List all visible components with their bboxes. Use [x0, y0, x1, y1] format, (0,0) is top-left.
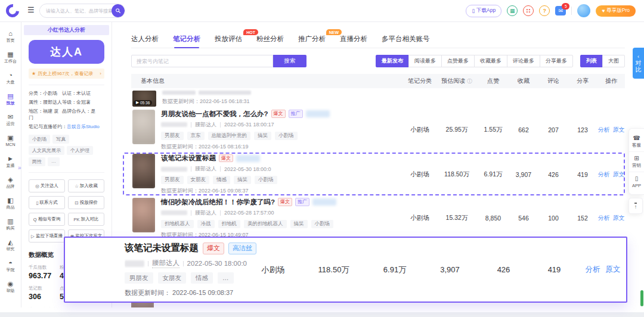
note-title[interactable]: 该笔记未设置标题 — [161, 154, 216, 163]
talent-name-button[interactable]: 达人A — [29, 40, 104, 64]
note-tag[interactable]: 情感 — [213, 176, 230, 184]
note-thumbnail[interactable] — [132, 198, 155, 232]
panel-expand-icon[interactable]: » — [18, 164, 21, 171]
notifications-button[interactable]: ✉ 5 — [555, 6, 566, 15]
nav-item-workbench[interactable]: ▦工作台 — [0, 47, 21, 67]
contact-button[interactable]: ▯联系方式 — [29, 196, 65, 209]
note-tag[interactable]: 扫地机器人 — [161, 220, 194, 228]
note-title[interactable]: 男朋友说他一点都不爱我，怎么办? — [161, 110, 268, 119]
note-search-button[interactable]: 搜索 — [273, 55, 306, 67]
nav-item-brand[interactable]: ◈品牌 — [0, 172, 21, 192]
note-title[interactable]: 情侣吵架冷战后绝招！！你学废了吗? — [161, 198, 275, 207]
original-link[interactable]: 原文 — [613, 214, 625, 222]
download-app-button[interactable]: ▯ 下载App — [466, 5, 501, 17]
analyze-link[interactable]: 分析 — [598, 126, 610, 134]
view-grid[interactable]: 大图 — [602, 55, 625, 67]
user-avatar[interactable] — [577, 4, 590, 17]
talent-tag[interactable]: 写真 — [52, 135, 69, 144]
note-tag[interactable]: 美的扫地机器人 — [244, 220, 287, 228]
tab-multiplatform-accounts[interactable]: 多平台相关账号 — [382, 35, 430, 43]
nav-item-mcn[interactable]: ▣MCN — [0, 130, 21, 150]
note-thumbnail[interactable] — [132, 110, 155, 144]
tab-talent-analysis[interactable]: 达人分析 — [131, 35, 159, 43]
similar-account-button[interactable]: Q相似号查询 — [29, 213, 65, 226]
original-link[interactable]: 原文 — [613, 126, 625, 134]
tab-delivery-evaluation[interactable]: 投放评估HOT — [215, 35, 242, 43]
note-tag[interactable]: 搞笑 — [234, 176, 251, 184]
help-circle-button[interactable]: ? — [539, 5, 550, 16]
sort-most-collected[interactable]: 收藏最多 — [474, 55, 507, 67]
original-link[interactable]: 原文 — [613, 170, 625, 179]
sort-most-shared[interactable]: 分享最多 — [540, 55, 573, 67]
compare-side-tab[interactable]: ‹ 对比 — [633, 48, 644, 79]
nav-item-purchase[interactable]: ▥购买 — [0, 214, 21, 234]
nav-item-operation[interactable]: ✉运营 — [0, 110, 21, 129]
sort-most-commented[interactable]: 评论最多 — [507, 55, 540, 67]
note-tag[interactable]: 小剧场 — [311, 220, 334, 228]
note-tag[interactable]: 女朋友 — [158, 272, 187, 284]
analyze-link[interactable]: 分析 — [598, 170, 610, 179]
analyze-link[interactable]: 分析 — [598, 214, 610, 222]
talent-tag[interactable]: 人文风光展示 — [29, 146, 64, 155]
tab-promotion-analysis[interactable]: 推广分析NEW — [298, 35, 326, 43]
nav-item-market[interactable]: ◔大盘 — [0, 68, 21, 88]
note-thumbnail[interactable] — [132, 154, 155, 188]
note-title[interactable]: 该笔记未设置标题 — [125, 242, 199, 254]
menu-icon[interactable]: ☰ — [27, 5, 35, 14]
quote-button[interactable]: ⊡投放报价 — [68, 196, 104, 209]
note-search-input[interactable] — [131, 55, 273, 67]
note-tag-more[interactable]: … — [218, 272, 234, 284]
nav-item-home[interactable]: ⌂首页 — [0, 26, 21, 46]
talent-tag[interactable]: 小剧场 — [29, 135, 50, 144]
nav-item-research[interactable]: ◭研究 — [0, 235, 21, 254]
nav-item-help[interactable]: ◉帮助 — [0, 276, 21, 296]
video-thumbnail[interactable]: ▶05:36 — [132, 91, 156, 107]
note-tag[interactable]: 搞笑 — [290, 220, 308, 228]
history-ranking-banner[interactable]: ★ 历史上榜967次，查看记录 › — [29, 69, 104, 79]
monitor-live-button[interactable]: ▷监控下场直播 — [29, 229, 65, 243]
sort-latest[interactable]: 最新发布 — [376, 55, 409, 67]
note-tag[interactable]: 男朋友 — [161, 132, 184, 140]
sort-most-read[interactable]: 阅读最多 — [408, 55, 442, 67]
tab-note-analysis[interactable]: 笔记分析 — [173, 35, 200, 43]
talent-tag[interactable]: 个人护理 — [67, 146, 93, 155]
nav-item-goods[interactable]: ◧商品 — [0, 193, 21, 213]
note-tag[interactable]: 总能选到中意的 — [208, 132, 251, 140]
note-tag[interactable]: 女朋友 — [187, 176, 210, 184]
info-icon[interactable]: ⓘ — [467, 78, 472, 84]
talent-tag[interactable]: 两性 — [29, 157, 45, 166]
note-tag[interactable]: 搞笑 — [254, 132, 271, 140]
pk-compare-button[interactable]: PK加入对比 — [68, 213, 104, 226]
nav-item-delivery[interactable]: ▤投放 — [0, 89, 21, 108]
tab-fans-analysis[interactable]: 粉丝分析 — [256, 35, 284, 43]
note-thumbnail-large[interactable] — [70, 241, 122, 298]
follow-talent-button[interactable]: ◎关注达人 — [29, 179, 65, 192]
sort-most-liked[interactable]: 点赞最多 — [441, 55, 475, 67]
add-favorite-button[interactable]: ☆加入收藏 — [68, 179, 104, 192]
note-tag[interactable]: 情感 — [191, 272, 213, 284]
customer-service-button[interactable]: ☎客服 — [629, 132, 644, 151]
store-icon-button[interactable]: ▦ — [507, 5, 518, 16]
analyze-link[interactable]: 分析 — [586, 265, 600, 275]
marketing-button[interactable]: ⊞营销 — [629, 151, 644, 172]
app-button[interactable]: ▯APP — [629, 172, 644, 191]
note-tag[interactable]: 扫地机 — [218, 220, 241, 228]
nav-item-academy[interactable]: ◓学院 — [0, 256, 21, 275]
tab-live-analysis[interactable]: 直播分析 — [340, 35, 367, 43]
pro-membership-button[interactable]: ♥ 尊享版Pro — [596, 5, 636, 17]
note-tag[interactable]: 冷战 — [197, 220, 215, 228]
global-search-input[interactable] — [40, 8, 112, 14]
sign-agency-link[interactable]: 音娱音乐Studio — [67, 124, 100, 129]
back-to-top-button[interactable]: ↑ — [628, 198, 643, 214]
note-tag[interactable]: 京东 — [187, 132, 205, 140]
scrollbar-thumb[interactable] — [640, 290, 643, 306]
original-link[interactable]: 原文 — [606, 265, 621, 275]
note-tag[interactable]: 小剧场 — [255, 176, 277, 184]
global-search-button[interactable] — [112, 4, 125, 17]
note-tag[interactable]: 男朋友 — [125, 272, 153, 284]
note-tag[interactable]: 小剧场 — [275, 132, 298, 140]
talent-tag-more[interactable]: … — [48, 157, 60, 166]
apps-grid-button[interactable]: ∷ — [523, 5, 534, 16]
note-tag[interactable]: 男朋友 — [161, 176, 184, 184]
view-list[interactable]: 列表 — [580, 55, 603, 67]
